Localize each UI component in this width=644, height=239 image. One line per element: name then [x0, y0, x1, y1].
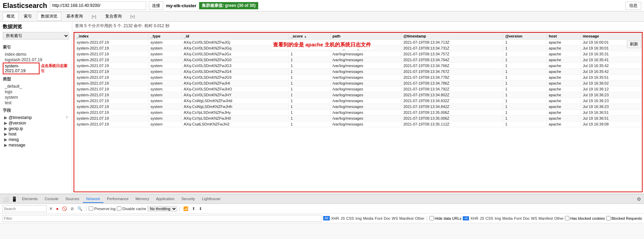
- url-input[interactable]: [50, 1, 146, 10]
- filter-img[interactable]: Img: [356, 216, 362, 220]
- col-id[interactable]: _id: [182, 33, 288, 40]
- sidebar-type-test[interactable]: test: [3, 100, 69, 106]
- blocked-requests-checkbox[interactable]: [606, 216, 611, 220]
- filter-js[interactable]: JS: [340, 216, 345, 220]
- cell-path: /var/log/messages: [330, 63, 401, 69]
- preserve-log-checkbox[interactable]: [89, 206, 93, 211]
- clear-button[interactable]: 🚫: [61, 206, 68, 211]
- filter-font-2[interactable]: Font: [514, 216, 522, 220]
- connect-button[interactable]: 连接: [149, 1, 163, 10]
- col-path[interactable]: path: [330, 33, 401, 40]
- filter-font[interactable]: Font: [375, 216, 382, 220]
- tab-overview[interactable]: 概览: [3, 12, 19, 21]
- filter-doc[interactable]: Doc: [384, 216, 391, 220]
- blocked-cookies-checkbox[interactable]: [565, 216, 569, 220]
- dt-tab-application[interactable]: Application: [153, 195, 178, 203]
- sidebar-index-item-system[interactable]: system-2021.07.19: [3, 63, 40, 74]
- col-message[interactable]: message: [581, 33, 642, 40]
- all-filter-type-btn[interactable]: All: [463, 216, 469, 220]
- dt-tab-security[interactable]: Security: [178, 195, 198, 203]
- table-row[interactable]: system-2021.07.19systemAXq-CsV0LSDmKNZFw…: [75, 63, 642, 69]
- inspect-icon-btn[interactable]: ⬜: [1, 196, 10, 203]
- hide-data-urls-checkbox[interactable]: [429, 216, 434, 220]
- filter-xhr[interactable]: XHR: [331, 216, 339, 220]
- filter-button[interactable]: ⊘: [69, 206, 75, 211]
- table-row[interactable]: system-2021.07.19systemAXq-CsV0LSDmKNZFw…: [75, 86, 642, 92]
- table-row[interactable]: system-2021.07.19systemAXq-CsV0LSDmKNZFw…: [75, 69, 642, 75]
- tab-basic-query[interactable]: 基本查询: [63, 12, 87, 21]
- field-version[interactable]: ▶ @version: [3, 120, 69, 126]
- table-row[interactable]: system-2021.07.19systemAXq-CsYpLSDmKNZFw…: [75, 116, 642, 121]
- wifi-icon-btn[interactable]: 📶: [182, 206, 189, 211]
- field-timestamp[interactable]: ▶ @timestamp ?: [3, 115, 69, 120]
- field-help-icon[interactable]: ?: [66, 116, 68, 120]
- tab-compound-query-add[interactable]: [+]: [127, 13, 139, 20]
- table-row[interactable]: system-2021.07.19systemAXq-CsWgLSDmKNZFw…: [75, 98, 642, 104]
- filter-ws-2[interactable]: WS: [531, 216, 537, 220]
- sidebar-type-system[interactable]: system: [3, 95, 69, 100]
- dt-tab-performance[interactable]: Performance: [103, 195, 132, 203]
- table-wrapper[interactable]: _index _type _id _score ▲ path @timestam…: [74, 32, 643, 192]
- upload-icon-btn[interactable]: ⬆: [191, 206, 196, 211]
- dt-tab-lighthouse[interactable]: Lighthouse: [198, 195, 224, 203]
- info-button[interactable]: 信息: [625, 2, 641, 10]
- filter-input[interactable]: [2, 215, 322, 222]
- disable-cache-checkbox[interactable]: [117, 206, 121, 211]
- sidebar-index-item-logstash[interactable]: logstash-2021.07.19: [3, 57, 69, 63]
- filter-js-2[interactable]: JS: [480, 216, 484, 220]
- filter-xhr-2[interactable]: XHR: [470, 216, 478, 220]
- filter-ws[interactable]: WS: [392, 216, 398, 220]
- device-icon-btn[interactable]: 📱: [10, 196, 19, 203]
- table-row[interactable]: system-2021.07.19systemAXq-CsV0LSDmKNZFw…: [75, 51, 642, 57]
- throttle-select[interactable]: No throttling: [148, 206, 177, 211]
- tab-data-browse[interactable]: 数据浏览: [37, 12, 61, 21]
- col-timestamp[interactable]: @timestamp: [401, 33, 503, 40]
- dt-tab-sources[interactable]: Sources: [62, 195, 83, 203]
- col-version[interactable]: @version: [503, 33, 547, 40]
- field-geoip[interactable]: ▶ geoip.ip: [3, 126, 69, 131]
- search-clear-button[interactable]: ✕: [48, 206, 54, 211]
- dt-tab-memory[interactable]: Memory: [132, 195, 153, 203]
- tab-index[interactable]: 索引: [20, 12, 36, 21]
- sidebar-type-logs[interactable]: logs: [3, 89, 69, 95]
- filter-css-2[interactable]: CSS: [485, 216, 493, 220]
- filter-media[interactable]: Media: [363, 216, 373, 220]
- tab-compound-query[interactable]: 复合查询: [101, 12, 125, 21]
- filter-doc-2[interactable]: Doc: [523, 216, 530, 220]
- table-row[interactable]: system-2021.07.19systemAXq-CsV0LSDmKNZFw…: [75, 80, 642, 86]
- refresh-button[interactable]: 刷新: [627, 40, 641, 48]
- table-row[interactable]: system-2021.07.19systemAXq-CsalLSDmKNZFw…: [75, 121, 642, 127]
- search-input[interactable]: [2, 205, 47, 212]
- table-row[interactable]: system-2021.07.19systemAXq-CsYpLSDmKNZFw…: [75, 110, 642, 116]
- col-index[interactable]: _index: [75, 33, 149, 40]
- filter-other[interactable]: Other: [415, 216, 425, 220]
- download-icon-btn[interactable]: ⬇: [198, 206, 203, 211]
- field-message[interactable]: ▶ message: [3, 142, 69, 148]
- col-host[interactable]: host: [547, 33, 581, 40]
- filter-all-btn[interactable]: All: [323, 216, 330, 220]
- filter-manifest-2[interactable]: Manifest: [538, 216, 553, 220]
- filter-img-2[interactable]: Img: [495, 216, 501, 220]
- index-select[interactable]: 所有索引: [3, 32, 69, 40]
- filter-manifest[interactable]: Manifest: [399, 216, 414, 220]
- devtools-gear-icon[interactable]: ⚙: [635, 196, 643, 203]
- filter-media-2[interactable]: Media: [502, 216, 513, 220]
- table-row[interactable]: system-2021.07.19systemAXq-CsV0LSDmKNZFw…: [75, 92, 642, 98]
- filter-css[interactable]: CSS: [346, 216, 354, 220]
- tab-basic-query-add[interactable]: [+]: [88, 13, 100, 20]
- table-row[interactable]: system-2021.07.19systemAXq-CsV0LSDmKNZFw…: [75, 75, 642, 80]
- table-row[interactable]: system-2021.07.19systemAXq-CsV0LSDmKNZFw…: [75, 57, 642, 63]
- sidebar-type-default[interactable]: _default_: [3, 84, 69, 89]
- field-host[interactable]: ▶ host: [3, 131, 69, 137]
- dt-tab-elements[interactable]: Elements: [19, 195, 41, 203]
- table-row[interactable]: system-2021.07.19systemAXq-CsWgLSDmKNZFw…: [75, 104, 642, 110]
- search-magnifier-button[interactable]: 🔍: [76, 206, 84, 211]
- filter-other-2[interactable]: Other: [554, 216, 564, 220]
- dt-tab-network[interactable]: Network: [83, 195, 103, 203]
- col-score[interactable]: _score ▲: [288, 33, 330, 40]
- sidebar-index-item-demo[interactable]: index-demo: [3, 52, 69, 57]
- field-mesg[interactable]: ▶ mesg: [3, 137, 69, 142]
- record-button[interactable]: ●: [55, 206, 59, 211]
- dt-tab-console[interactable]: Console: [41, 195, 62, 203]
- col-type[interactable]: _type: [148, 33, 181, 40]
